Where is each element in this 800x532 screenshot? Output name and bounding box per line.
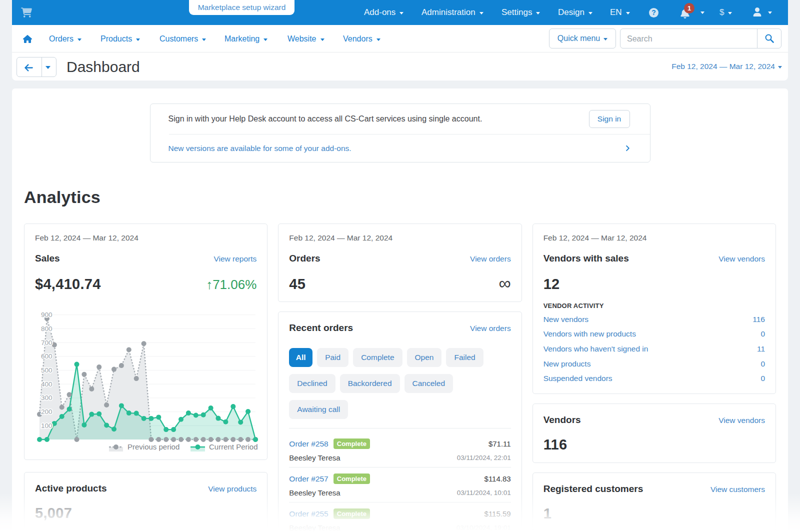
svg-text:500: 500: [41, 366, 52, 374]
svg-text:900: 900: [41, 311, 52, 318]
svg-text:100: 100: [41, 422, 52, 429]
svg-text:600: 600: [41, 352, 52, 360]
svg-text:700: 700: [41, 338, 52, 346]
svg-text:200: 200: [41, 408, 52, 416]
svg-text:300: 300: [41, 394, 52, 402]
svg-text:Current Period: Current Period: [209, 442, 258, 451]
svg-text:Previous period: Previous period: [128, 442, 180, 451]
svg-text:800: 800: [41, 324, 52, 332]
svg-text:400: 400: [41, 380, 52, 388]
